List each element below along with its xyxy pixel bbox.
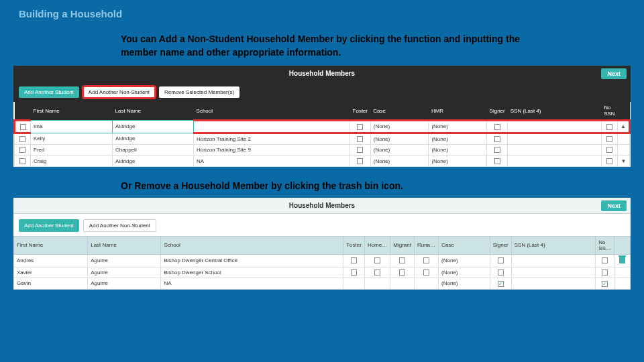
- migrant-checkbox[interactable]: [399, 269, 405, 276]
- panel1-toolbar: Add Another Student Add Another Non-Stud…: [13, 81, 631, 102]
- col-ssn: SSN (Last 4): [508, 102, 601, 121]
- household-panel-light: Household Members Next Add Another Stude…: [13, 198, 631, 290]
- panel2-title: Household Members: [289, 202, 355, 209]
- signer-checkbox[interactable]: [494, 136, 500, 142]
- scroll-down-icon[interactable]: ▼: [618, 156, 630, 166]
- col-last: Last Name: [113, 102, 194, 121]
- panel2-toolbar: Add Another Student Add Another Non-Stud…: [13, 214, 631, 236]
- col-last: Last Name: [88, 236, 161, 254]
- signer-checkbox[interactable]: [498, 269, 504, 276]
- cell-hmr: (None): [429, 121, 487, 133]
- slide-title: Building a Household: [0, 0, 644, 25]
- table-row: Craig Aldridge NA (None) (None) ▼: [15, 156, 630, 166]
- cell-case: (None): [439, 267, 490, 278]
- cell-first: Gavin: [14, 278, 88, 289]
- cell-school: Horizon Training Site 9: [194, 144, 350, 155]
- cell-last: Aguirre: [88, 278, 161, 289]
- col-case: Case: [439, 236, 490, 254]
- cell-first: Fred: [31, 144, 113, 155]
- table-row: Andres Aguirre Bishop Dwenger Central Of…: [14, 254, 631, 267]
- members-table-1: First Name Last Name School Foster Case …: [13, 102, 631, 167]
- foster-checkbox[interactable]: [351, 257, 357, 263]
- table-row: Kelly Aldridge Horizon Training Site 2 (…: [15, 133, 630, 144]
- cell-ssn: [508, 144, 601, 155]
- remove-selected-button[interactable]: Remove Selected Member(s): [159, 86, 239, 98]
- migrant-checkbox[interactable]: [399, 257, 405, 263]
- cell-school: NA: [194, 156, 350, 166]
- home-checkbox[interactable]: [374, 257, 380, 263]
- add-nonstudent-button[interactable]: Add Another Non-Student: [83, 219, 156, 232]
- col-hmr: HMR: [429, 102, 487, 121]
- nossn-checkbox[interactable]: [606, 147, 612, 153]
- row-checkbox[interactable]: [20, 124, 26, 130]
- signer-checkbox[interactable]: [494, 158, 500, 164]
- row-checkbox[interactable]: [19, 158, 25, 164]
- panel1-title: Household Members: [289, 70, 355, 77]
- col-case: Case: [370, 102, 429, 121]
- scroll-up-icon[interactable]: ▲: [618, 121, 630, 133]
- table-row: Ima Aldridge (None) (None) ▲: [15, 121, 630, 133]
- cell-last: Aguirre: [88, 267, 161, 278]
- cell-first: Kelly: [31, 133, 113, 144]
- nossn-checkbox[interactable]: [606, 124, 612, 130]
- runaway-checkbox[interactable]: [423, 269, 429, 276]
- cell-ssn: [508, 133, 601, 144]
- foster-checkbox[interactable]: [357, 136, 363, 142]
- cell-ssn: [508, 156, 601, 166]
- cell-school: Bishop Dwenger Central Office: [161, 254, 343, 267]
- add-student-button[interactable]: Add Another Student: [19, 219, 79, 232]
- next-button[interactable]: Next: [601, 200, 627, 211]
- cell-school: NA: [161, 278, 343, 289]
- cell-case: (None): [370, 121, 429, 133]
- cell-hmr: (None): [429, 133, 487, 144]
- signer-checkbox[interactable]: [494, 124, 500, 130]
- last-name-input[interactable]: Aldridge: [113, 121, 194, 133]
- row-checkbox[interactable]: [19, 147, 25, 153]
- col-school: School: [194, 102, 350, 121]
- nossn-checkbox[interactable]: [602, 281, 608, 287]
- first-name-input[interactable]: Ima: [31, 121, 113, 133]
- cell-last: Aguirre: [88, 254, 161, 267]
- col-home: Home…: [364, 236, 390, 254]
- col-nossn: No SS…: [596, 236, 614, 254]
- cell-ssn: [511, 254, 596, 267]
- foster-checkbox[interactable]: [357, 124, 363, 130]
- cell-first: Andres: [14, 254, 88, 267]
- nossn-checkbox[interactable]: [602, 257, 608, 263]
- cell-ssn: [511, 278, 596, 289]
- members-table-2: First Name Last Name School Foster Home……: [13, 236, 631, 290]
- trash-icon[interactable]: [619, 257, 625, 263]
- instruction-text-2: Or Remove a Household Member by clicking…: [0, 167, 644, 198]
- runaway-checkbox[interactable]: [423, 257, 429, 263]
- table-row: Gavin Aguirre NA (None): [14, 278, 631, 289]
- panel1-header: Household Members Next: [13, 66, 631, 81]
- cell-last: Aldridge: [113, 156, 194, 166]
- cell-school: Horizon Training Site 2: [194, 133, 350, 144]
- cell-case: (None): [370, 156, 429, 166]
- signer-checkbox[interactable]: [494, 147, 500, 153]
- col-ssn: SSN (Last 4): [511, 236, 596, 254]
- signer-checkbox[interactable]: [498, 257, 504, 263]
- nossn-checkbox[interactable]: [606, 136, 612, 142]
- household-panel-dark: Household Members Next Add Another Stude…: [13, 66, 631, 167]
- foster-checkbox[interactable]: [357, 158, 363, 164]
- foster-checkbox[interactable]: [357, 147, 363, 153]
- cell-first: Craig: [31, 156, 113, 166]
- cell-case: (None): [439, 278, 490, 289]
- row-checkbox[interactable]: [19, 136, 25, 142]
- home-checkbox[interactable]: [374, 269, 380, 276]
- nossn-checkbox[interactable]: [602, 269, 608, 276]
- add-nonstudent-button[interactable]: Add Another Non-Student: [83, 86, 155, 98]
- col-signer: Signer: [487, 102, 508, 121]
- cell-case: (None): [439, 254, 490, 267]
- add-student-button[interactable]: Add Another Student: [19, 86, 79, 98]
- nossn-checkbox[interactable]: [606, 158, 612, 164]
- col-runaway: Runa…: [414, 236, 438, 254]
- signer-checkbox[interactable]: [498, 281, 504, 287]
- cell-school: Bishop Dwenger School: [161, 267, 343, 278]
- foster-checkbox[interactable]: [351, 269, 357, 276]
- next-button[interactable]: Next: [601, 68, 627, 79]
- cell-last: Aldridge: [113, 133, 194, 144]
- cell-hmr: (None): [429, 144, 487, 155]
- cell-school: [194, 121, 350, 133]
